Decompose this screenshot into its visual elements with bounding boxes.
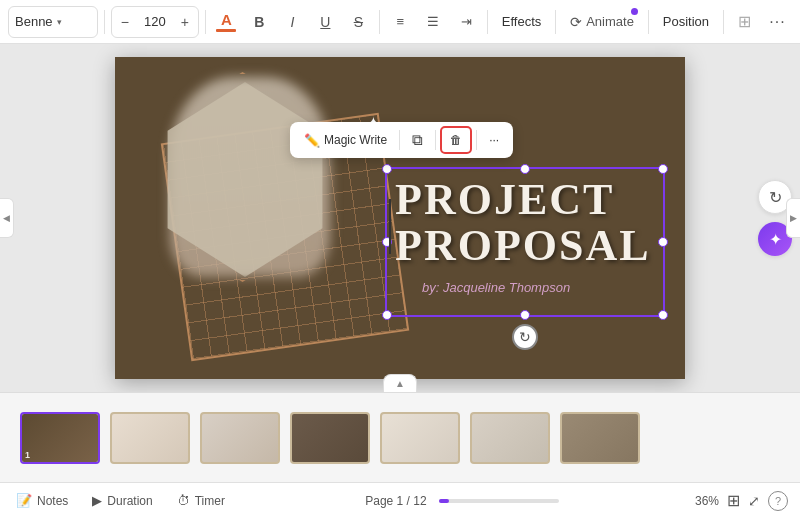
handle-bottom-middle[interactable] bbox=[520, 310, 530, 320]
slide-subtitle: by: Jacqueline Thompson bbox=[422, 280, 570, 295]
duration-button[interactable]: ▶ Duration bbox=[88, 491, 156, 510]
grid-view-icon: ⊞ bbox=[727, 491, 740, 510]
duplicate-button[interactable]: ⧉ bbox=[404, 126, 431, 154]
handle-bottom-right[interactable] bbox=[658, 310, 668, 320]
handle-bottom-left[interactable] bbox=[382, 310, 392, 320]
thumb-2-content bbox=[112, 414, 188, 462]
increase-size-button[interactable]: + bbox=[172, 6, 198, 38]
thumbnail-2[interactable] bbox=[110, 412, 190, 464]
handle-top-right[interactable] bbox=[658, 164, 668, 174]
fullscreen-icon: ⤢ bbox=[748, 493, 760, 509]
list-button[interactable]: ☰ bbox=[419, 6, 448, 38]
font-size-value: 120 bbox=[138, 14, 172, 29]
divider-3 bbox=[379, 10, 380, 34]
slide-canvas[interactable]: ✦ PROJECT PROPOSAL by: Jacqueline Thomps… bbox=[115, 57, 685, 379]
hexagon-frame bbox=[145, 72, 345, 282]
italic-button[interactable]: I bbox=[278, 6, 307, 38]
list-indent-button[interactable]: ⇥ bbox=[452, 6, 481, 38]
thumbnail-6[interactable] bbox=[470, 412, 550, 464]
magic-write-button[interactable]: ✏️ Magic Write bbox=[296, 128, 395, 153]
bottom-right-controls: 36% ⊞ ⤢ ? bbox=[695, 491, 788, 511]
divider-1 bbox=[104, 10, 105, 34]
thumbnail-3[interactable] bbox=[200, 412, 280, 464]
more-options-button[interactable]: ··· bbox=[763, 6, 792, 38]
effects-label: Effects bbox=[502, 14, 542, 29]
font-dropdown-icon: ▾ bbox=[57, 17, 62, 27]
notes-label: Notes bbox=[37, 494, 68, 508]
main-toolbar: Benne ▾ − 120 + A B I U S ≡ ☰ ⇥ Effects bbox=[0, 0, 800, 44]
slide-title[interactable]: PROJECT PROPOSAL bbox=[395, 177, 651, 269]
font-name-label: Benne bbox=[15, 14, 53, 29]
thumbnail-7[interactable] bbox=[560, 412, 640, 464]
thumb-7-content bbox=[562, 414, 638, 462]
magic-write-icon: ✏️ bbox=[304, 133, 320, 148]
position-label: Position bbox=[663, 14, 709, 29]
thumb-5-content bbox=[382, 414, 458, 462]
grid-view-button[interactable]: ⊞ bbox=[727, 491, 740, 510]
page-info: Page 1 / 12 bbox=[365, 494, 426, 508]
thumbnail-4[interactable] bbox=[290, 412, 370, 464]
font-selector[interactable]: Benne ▾ bbox=[8, 6, 98, 38]
page-progress-bar[interactable] bbox=[439, 499, 559, 503]
magic-write-label: Magic Write bbox=[324, 133, 387, 147]
bold-button[interactable]: B bbox=[245, 6, 274, 38]
float-divider-1 bbox=[399, 130, 400, 150]
decrease-size-button[interactable]: − bbox=[112, 6, 138, 38]
thumbnail-5[interactable] bbox=[380, 412, 460, 464]
text-color-button[interactable]: A bbox=[212, 6, 241, 38]
text-selection-box[interactable]: PROJECT PROPOSAL by: Jacqueline Thompson… bbox=[385, 167, 665, 317]
animate-label: Animate bbox=[586, 14, 634, 29]
delete-button[interactable]: 🗑 bbox=[440, 126, 472, 154]
handle-middle-right[interactable] bbox=[658, 237, 668, 247]
duplicate-icon: ⧉ bbox=[412, 131, 423, 149]
chevron-up-icon: ▲ bbox=[395, 378, 405, 389]
refresh-icon: ↻ bbox=[769, 188, 782, 207]
right-chevron-icon: ▶ bbox=[790, 213, 797, 223]
left-chevron-icon: ◀ bbox=[3, 213, 10, 223]
color-icon: A bbox=[221, 11, 232, 28]
more-float-icon: ··· bbox=[489, 133, 499, 147]
thumbnail-strip: 1 bbox=[0, 392, 800, 482]
floating-toolbar: ✏️ Magic Write ⧉ 🗑 ··· bbox=[290, 122, 513, 158]
notes-icon: 📝 bbox=[16, 493, 32, 508]
thumbnail-1[interactable]: 1 bbox=[20, 412, 100, 464]
font-size-control: − 120 + bbox=[111, 6, 199, 38]
panel-collapse-arrow[interactable]: ▲ bbox=[383, 374, 417, 392]
float-divider-3 bbox=[476, 130, 477, 150]
bottom-center-controls: Page 1 / 12 bbox=[229, 494, 695, 508]
notes-button[interactable]: 📝 Notes bbox=[12, 491, 72, 510]
transparency-button[interactable]: ⊞ bbox=[730, 6, 759, 38]
thumb-1-content bbox=[22, 414, 98, 462]
divider-4 bbox=[487, 10, 488, 34]
strikethrough-button[interactable]: S bbox=[344, 6, 373, 38]
rotate-icon: ↻ bbox=[519, 329, 531, 345]
more-float-button[interactable]: ··· bbox=[481, 128, 507, 152]
duration-label: Duration bbox=[107, 494, 152, 508]
animate-button[interactable]: ⟳ Animate bbox=[562, 6, 642, 38]
thumb-3-content bbox=[202, 414, 278, 462]
help-icon: ? bbox=[775, 495, 781, 507]
right-panel-toggle[interactable]: ▶ bbox=[786, 198, 800, 238]
bottom-bar: 📝 Notes ▶ Duration ⏱ Timer Page 1 / 12 3… bbox=[0, 482, 800, 518]
divider-5 bbox=[555, 10, 556, 34]
canvas-area[interactable]: ✦ PROJECT PROPOSAL by: Jacqueline Thomps… bbox=[0, 44, 800, 392]
handle-top-left[interactable] bbox=[382, 164, 392, 174]
left-panel-toggle[interactable]: ◀ bbox=[0, 198, 14, 238]
align-left-button[interactable]: ≡ bbox=[386, 6, 415, 38]
timer-button[interactable]: ⏱ Timer bbox=[173, 491, 229, 510]
page-progress-fill bbox=[439, 499, 449, 503]
help-button[interactable]: ? bbox=[768, 491, 788, 511]
fullscreen-button[interactable]: ⤢ bbox=[748, 493, 760, 509]
divider-7 bbox=[723, 10, 724, 34]
rotate-handle[interactable]: ↻ bbox=[512, 324, 538, 350]
underline-button[interactable]: U bbox=[311, 6, 340, 38]
thumb-4-content bbox=[292, 414, 368, 462]
position-button[interactable]: Position bbox=[655, 6, 717, 38]
effects-button[interactable]: Effects bbox=[494, 6, 550, 38]
more-icon: ··· bbox=[769, 13, 785, 31]
main-canvas-area: ◀ ✦ bbox=[0, 44, 800, 392]
duration-icon: ▶ bbox=[92, 493, 102, 508]
bottom-left-controls: 📝 Notes ▶ Duration ⏱ Timer bbox=[12, 491, 229, 510]
delete-icon: 🗑 bbox=[450, 133, 462, 147]
handle-top-middle[interactable] bbox=[520, 164, 530, 174]
